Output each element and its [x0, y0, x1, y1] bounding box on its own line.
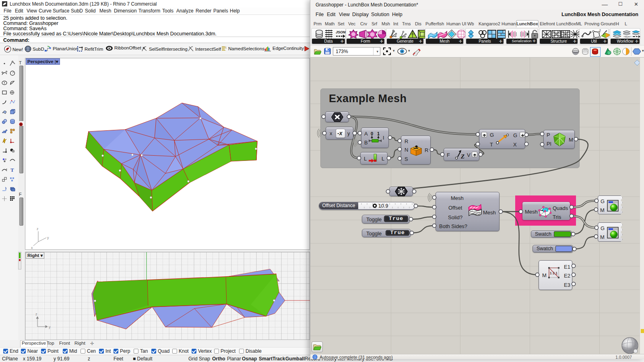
svg-text:z: z	[35, 312, 37, 316]
svg-text:10.9: 10.9	[378, 203, 388, 209]
svg-text:<layer>: <layer>	[623, 35, 632, 38]
svg-text:7: 7	[6, 47, 8, 51]
svg-text:x: x	[31, 246, 33, 250]
svg-text:y: y	[47, 236, 49, 240]
svg-text:0: 0	[371, 131, 373, 136]
svg-text:Z: Z	[460, 153, 464, 160]
svg-text:1 2 1: 1 2 1	[550, 271, 557, 275]
svg-text:JSON: JSON	[336, 30, 346, 34]
svg-text:y: y	[49, 325, 51, 329]
svg-text:z: z	[37, 227, 39, 231]
svg-text:1: 1	[377, 131, 380, 136]
svg-text:T: T	[10, 167, 14, 173]
